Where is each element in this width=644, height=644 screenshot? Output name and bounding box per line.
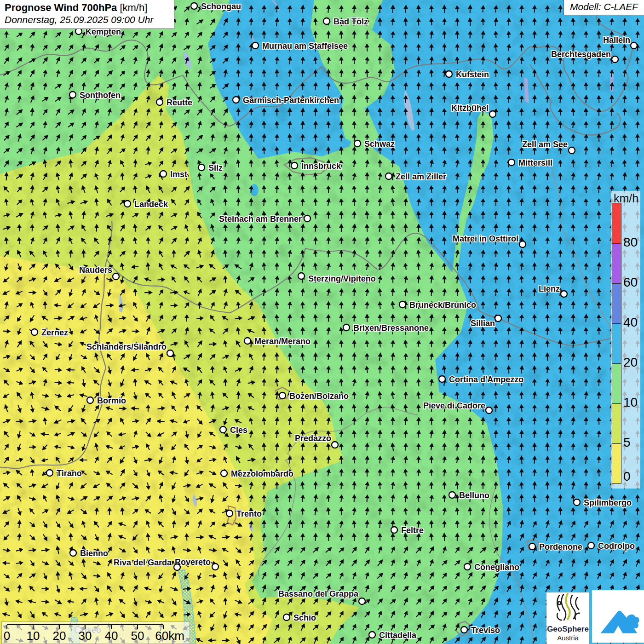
city-label: Silz (208, 163, 223, 172)
city-label: Conegliano (474, 563, 519, 572)
city-marker (495, 315, 501, 322)
city-label: Cortina d'Ampezzo (449, 375, 523, 384)
legend-segment (612, 283, 621, 323)
city-marker (304, 215, 310, 222)
city-marker (461, 627, 467, 633)
legend-value-label: 0 (623, 469, 631, 484)
city-marker (233, 97, 239, 103)
city-marker (46, 470, 53, 476)
geosphere-logo-box: GeoSphere Austria (546, 592, 589, 644)
scale-tick-label: 50 (131, 629, 144, 643)
city-marker (631, 42, 637, 49)
city-label: Matrei in Osttirol (453, 234, 518, 243)
city-label: Reutte (167, 98, 192, 107)
city-label: Landeck (134, 200, 168, 209)
legend-value-label: 5 (623, 435, 631, 450)
legend-segment (612, 203, 621, 243)
title-parameter: Prognose Wind 700hPa (5, 2, 117, 13)
legend-value-label: 20 (623, 355, 638, 370)
city-label: Zernez (41, 328, 68, 337)
city-label: Innsbruck (301, 161, 341, 171)
city-marker (399, 301, 406, 308)
city-marker (156, 99, 163, 105)
city-marker (519, 241, 526, 247)
city-marker (574, 499, 580, 506)
city-label: Brixen/Bressanone (353, 323, 429, 333)
model-label: Modell: C-LAEF (570, 1, 638, 12)
city-marker (198, 164, 205, 171)
city-marker (283, 614, 290, 621)
city-marker (343, 324, 350, 331)
title-box: Prognose Wind 700hPa [km/h] Donnerstag, … (0, 0, 174, 29)
city-label: Kitzbühel (451, 104, 489, 113)
city-label: Tirano (57, 469, 82, 478)
city-label: Lienz (539, 284, 560, 293)
city-label: Hallein (603, 35, 630, 45)
city-label: Sterzing/Vipiteno (308, 274, 376, 283)
partner-logo-box (592, 590, 644, 643)
city-marker (75, 28, 82, 34)
city-marker (244, 338, 251, 344)
city-marker (212, 564, 218, 570)
city-label: Berchtesgaden (551, 50, 611, 59)
city-label: Sillian (471, 319, 495, 328)
city-marker (113, 273, 119, 280)
legend-segment (612, 243, 621, 283)
city-marker (446, 71, 452, 77)
city-label: Murnau am Staffelsee (262, 41, 348, 51)
city-label: Belluno (459, 491, 489, 500)
city-label: Mittersill (518, 158, 552, 167)
city-marker (220, 426, 226, 433)
city-marker (391, 527, 397, 533)
city-label: Bozen/Bolzano (289, 391, 349, 401)
scale-bar: 0102030405060km (1, 621, 190, 644)
city-label: Imst (170, 170, 187, 179)
legend-segment (612, 323, 621, 363)
city-marker (385, 173, 392, 179)
legend: km/h 806040201050 (611, 191, 640, 489)
scale-tick-label: 0 (4, 629, 10, 643)
city-label: Bruneck/Brunico (409, 300, 476, 310)
city-marker (369, 632, 375, 638)
city-label: Meran/Merano (254, 337, 310, 346)
city-marker (87, 397, 93, 403)
legend-segment (612, 403, 621, 443)
title-unit: [km/h] (117, 2, 147, 13)
city-label: Codroipo (598, 541, 635, 551)
map-canvas: SchongauBad TölzKemptenMurnau am Staffel… (0, 0, 644, 644)
city-label: Cittadella (379, 631, 417, 640)
city-label: Schwaz (364, 139, 395, 149)
city-label: Trento (236, 509, 262, 518)
city-label: Garmisch-Partenkirchen (243, 96, 339, 105)
city-marker (508, 159, 515, 166)
model-box: Modell: C-LAEF (564, 0, 644, 15)
map-svg: SchongauBad TölzKemptenMurnau am Staffel… (0, 0, 644, 644)
city-marker (279, 392, 286, 399)
mountain-cloud-icon (596, 594, 640, 638)
city-label: Sonthofen (80, 91, 121, 100)
scale-tick-label: 10 (27, 629, 40, 643)
city-marker (486, 407, 492, 414)
city-label: Pieve di Cadore (423, 401, 485, 410)
city-marker (489, 111, 496, 117)
geosphere-wordmark: GeoSphere (546, 625, 589, 634)
legend-segment (612, 443, 621, 483)
city-label: Zell am See (522, 140, 568, 149)
city-marker (464, 564, 471, 570)
city-marker (612, 56, 618, 63)
city-label: Treviso (471, 626, 500, 635)
city-marker (167, 350, 173, 356)
city-label: Bad Tölz (334, 17, 368, 26)
city-marker (569, 147, 575, 154)
city-marker (449, 492, 455, 498)
city-label: Bormio (97, 396, 126, 405)
city-label: Pordenone (539, 542, 582, 552)
city-label: Zell am Ziller (396, 172, 446, 181)
city-label: Bassano del Grappa (278, 589, 359, 598)
city-marker (354, 140, 361, 147)
city-marker (69, 92, 76, 98)
city-marker (359, 598, 365, 604)
city-marker (291, 162, 298, 169)
city-marker (529, 543, 535, 550)
city-marker (124, 201, 131, 207)
